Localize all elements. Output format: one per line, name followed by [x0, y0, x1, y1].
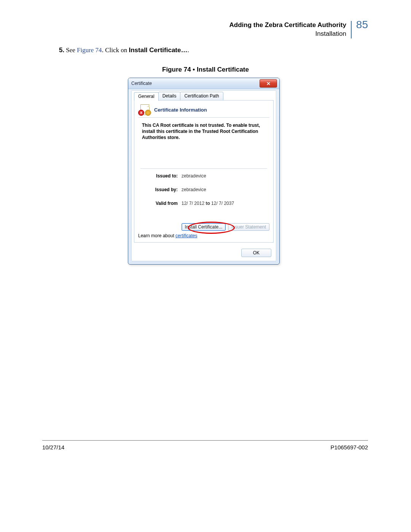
certificate-dialog-figure: Certificate ✕ General Details Certificat…: [128, 78, 279, 264]
tab-content-general: x Certificate Information This CA Root c…: [134, 100, 274, 243]
valid-from-label: Valid from: [147, 201, 182, 206]
learn-more-line: Learn more about certificates: [138, 233, 197, 238]
dialog-ok-row: OK: [241, 249, 271, 257]
issued-to-label: Issued to:: [147, 173, 182, 179]
dialog-title: Certificate: [131, 81, 152, 86]
page-header: Adding the Zebra Certificate Authority I…: [229, 21, 368, 38]
error-badge-icon: x: [138, 110, 144, 116]
certificate-trust-message: This CA Root certificate is not trusted.…: [137, 118, 271, 142]
section-subtitle: Installation: [229, 30, 346, 38]
dialog-body: General Details Certification Path x Cer…: [131, 90, 276, 261]
issued-by-label: Issued by:: [147, 187, 182, 192]
valid-from-row: Valid from 12/ 7/ 2012 to 12/ 7/ 2037: [147, 201, 266, 206]
footer-rule: [42, 440, 368, 441]
learn-more-certificates-link[interactable]: certificates: [175, 233, 197, 238]
footer-date: 10/27/14: [42, 444, 64, 451]
certificate-info-header: x Certificate Information: [138, 104, 269, 118]
header-text-block: Adding the Zebra Certificate Authority I…: [229, 21, 351, 38]
learn-more-prefix: Learn more about: [138, 233, 175, 238]
valid-to-value: 12/ 7/ 2037: [210, 201, 234, 206]
tab-general[interactable]: General: [134, 92, 159, 101]
close-icon: ✕: [266, 81, 271, 86]
close-button[interactable]: ✕: [260, 79, 277, 88]
issuer-statement-button: Issuer Statement: [228, 223, 269, 231]
step-see-text: See: [66, 46, 77, 54]
certificate-fields: Issued to: zebradevice Issued by: zebrad…: [137, 169, 271, 206]
certificate-icon: x: [138, 104, 151, 115]
document-page: Adding the Zebra Certificate Authority I…: [0, 0, 411, 532]
page-number: 85: [352, 19, 368, 37]
ok-button[interactable]: OK: [241, 249, 271, 257]
install-certificate-button[interactable]: Install Certificate...: [182, 223, 226, 231]
tab-strip: General Details Certification Path: [134, 92, 223, 101]
certificate-info-title: Certificate Information: [154, 107, 207, 113]
figure-reference-link[interactable]: Figure 74: [77, 46, 102, 54]
certificate-action-buttons: Install Certificate... Issuer Statement: [182, 223, 269, 231]
tab-details[interactable]: Details: [158, 92, 181, 101]
issued-by-row: Issued by: zebradevice: [147, 187, 266, 192]
step-action-bold: Install Certificate…: [129, 46, 187, 54]
valid-to-label: to: [206, 201, 210, 206]
step-instruction: 5.See Figure 74. Click on Install Certif…: [59, 46, 189, 54]
step-period: .: [187, 46, 189, 54]
figure-caption: Figure 74 • Install Certificate: [0, 66, 411, 73]
section-title: Adding the Zebra Certificate Authority: [229, 21, 346, 30]
issued-to-value: zebradevice: [182, 173, 206, 179]
issued-by-value: zebradevice: [182, 187, 206, 192]
seal-icon: [145, 110, 151, 116]
dialog-titlebar: Certificate ✕: [128, 78, 279, 89]
certificate-dialog: Certificate ✕ General Details Certificat…: [128, 78, 280, 265]
step-click-text: . Click on: [102, 46, 129, 54]
issued-to-row: Issued to: zebradevice: [147, 173, 266, 179]
valid-dates: 12/ 7/ 2012 to 12/ 7/ 2037: [182, 201, 234, 206]
step-number: 5.: [59, 46, 64, 54]
valid-from-value: 12/ 7/ 2012: [182, 201, 206, 206]
footer-document-number: P1065697-002: [331, 444, 368, 451]
tab-certification-path[interactable]: Certification Path: [180, 92, 223, 101]
